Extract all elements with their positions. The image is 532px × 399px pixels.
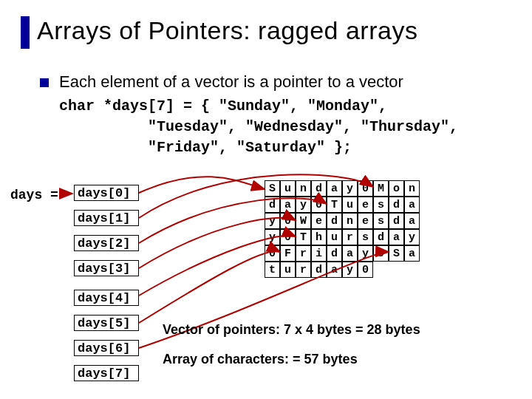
mem-cell: S bbox=[389, 245, 404, 262]
mem-cell: d bbox=[311, 262, 327, 278]
mem-cell: s bbox=[358, 229, 373, 245]
mem-cell: e bbox=[358, 213, 373, 229]
mem-cell: s bbox=[373, 213, 389, 229]
vector-size-summary: Vector of pointers: 7 x 4 bytes = 28 byt… bbox=[163, 322, 420, 338]
mem-cell: n bbox=[342, 213, 358, 229]
mem-cell: W bbox=[296, 213, 311, 229]
mem-cell: a bbox=[342, 245, 358, 262]
mem-cell: y bbox=[265, 229, 280, 245]
bullet-text: Each element of a vector is a pointer to… bbox=[59, 72, 403, 92]
mem-cell: a bbox=[280, 197, 296, 213]
days-equals-label: days = bbox=[10, 188, 58, 202]
mem-cell: h bbox=[311, 229, 327, 245]
mem-cell: a bbox=[327, 262, 342, 278]
mem-cell: a bbox=[404, 197, 420, 213]
mem-cell: u bbox=[327, 229, 342, 245]
mem-cell: 0 bbox=[280, 213, 296, 229]
days-cell-4: days[4] bbox=[74, 290, 139, 306]
mem-cell: S bbox=[265, 180, 280, 197]
mem-cell: s bbox=[373, 197, 389, 213]
mem-cell: a bbox=[404, 213, 420, 229]
mem-cell: d bbox=[265, 197, 280, 213]
mem-cell: d bbox=[327, 213, 342, 229]
mem-cell: r bbox=[296, 245, 311, 262]
mem-cell: y bbox=[342, 180, 358, 197]
mem-cell: e bbox=[358, 197, 373, 213]
days-cell-1: days[1] bbox=[74, 210, 139, 226]
array-size-summary: Array of characters: = 57 bytes bbox=[163, 352, 358, 367]
mem-cell: F bbox=[280, 245, 296, 262]
mem-cell: r bbox=[342, 229, 358, 245]
mem-cell: n bbox=[404, 180, 420, 197]
mem-cell: T bbox=[327, 197, 342, 213]
mem-cell: 0 bbox=[311, 197, 327, 213]
days-cell-3: days[3] bbox=[74, 260, 139, 276]
code-line-1: char *days[7] = { "Sunday", "Monday", bbox=[59, 98, 387, 115]
days-cell-7: days[7] bbox=[74, 365, 139, 381]
mem-cell: y bbox=[296, 197, 311, 213]
title-accent bbox=[21, 16, 30, 49]
mem-cell: y bbox=[358, 245, 373, 262]
mem-cell: 0 bbox=[358, 262, 373, 278]
mem-cell: 0 bbox=[280, 229, 296, 245]
mem-cell: y bbox=[404, 229, 420, 245]
mem-cell: d bbox=[373, 229, 389, 245]
mem-cell: d bbox=[327, 245, 342, 262]
mem-cell: u bbox=[280, 262, 296, 278]
mem-cell: o bbox=[389, 180, 404, 197]
mem-cell: d bbox=[389, 197, 404, 213]
mem-cell: r bbox=[296, 262, 311, 278]
mem-cell: T bbox=[296, 229, 311, 245]
mem-cell: t bbox=[265, 262, 280, 278]
code-line-2: "Tuesday", "Wednesday", "Thursday", bbox=[148, 118, 458, 135]
code-line-3: "Friday", "Saturday" }; bbox=[148, 139, 352, 156]
mem-cell: u bbox=[342, 197, 358, 213]
mem-cell: y bbox=[265, 213, 280, 229]
mem-cell: a bbox=[327, 180, 342, 197]
days-cell-0: days[0] bbox=[74, 185, 139, 201]
square-bullet bbox=[40, 78, 49, 87]
mem-cell: n bbox=[296, 180, 311, 197]
mem-cell: u bbox=[280, 180, 296, 197]
days-cell-5: days[5] bbox=[74, 315, 139, 331]
mem-cell: d bbox=[311, 180, 327, 197]
slide-title: Arrays of Pointers: ragged arrays bbox=[37, 16, 417, 45]
mem-cell: M bbox=[373, 180, 389, 197]
mem-cell: a bbox=[404, 245, 420, 262]
mem-cell: 0 bbox=[265, 245, 280, 262]
days-cell-6: days[6] bbox=[74, 340, 139, 356]
mem-cell: 0 bbox=[373, 245, 389, 262]
mem-cell: d bbox=[389, 213, 404, 229]
mem-cell: 0 bbox=[358, 180, 373, 197]
days-cell-2: days[2] bbox=[74, 235, 139, 251]
mem-cell: y bbox=[342, 262, 358, 278]
mem-cell: e bbox=[311, 213, 327, 229]
mem-cell: i bbox=[311, 245, 327, 262]
mem-cell: a bbox=[389, 229, 404, 245]
